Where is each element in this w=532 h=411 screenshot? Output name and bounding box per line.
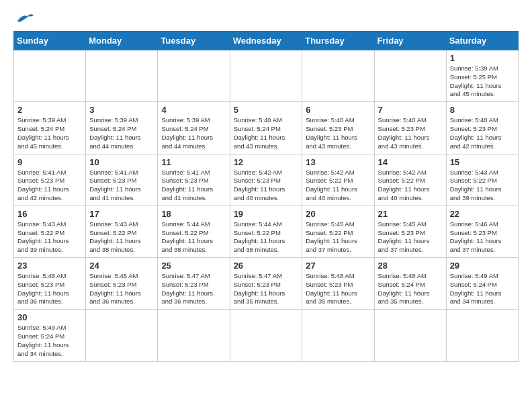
calendar-cell [158,310,230,361]
day-info: Sunrise: 5:47 AM Sunset: 5:23 PM Dayligh… [234,272,299,306]
calendar-week-5: 23Sunrise: 5:46 AM Sunset: 5:23 PM Dayli… [14,258,519,310]
day-number: 12 [234,157,299,167]
calendar-cell [158,50,230,102]
calendar-cell: 3Sunrise: 5:39 AM Sunset: 5:24 PM Daylig… [86,102,158,154]
day-number: 5 [234,105,299,115]
weekday-header-wednesday: Wednesday [230,32,302,50]
day-number: 7 [378,105,443,115]
page-header [13,13,519,24]
day-info: Sunrise: 5:42 AM Sunset: 5:22 PM Dayligh… [378,169,443,203]
day-info: Sunrise: 5:39 AM Sunset: 5:24 PM Dayligh… [161,116,226,150]
calendar-cell [446,310,518,361]
calendar-table: SundayMondayTuesdayWednesdayThursdayFrid… [13,31,519,362]
weekday-header-friday: Friday [374,32,446,50]
day-info: Sunrise: 5:46 AM Sunset: 5:23 PM Dayligh… [89,272,154,306]
calendar-cell: 10Sunrise: 5:41 AM Sunset: 5:23 PM Dayli… [86,154,158,205]
day-number: 29 [450,261,515,271]
calendar-cell: 20Sunrise: 5:45 AM Sunset: 5:22 PM Dayli… [302,205,374,257]
weekday-header-row: SundayMondayTuesdayWednesdayThursdayFrid… [14,32,519,50]
day-number: 10 [89,157,154,167]
weekday-header-sunday: Sunday [14,32,86,50]
day-number: 16 [17,209,82,219]
calendar-cell: 2Sunrise: 5:39 AM Sunset: 5:24 PM Daylig… [14,102,86,154]
calendar-week-1: 1Sunrise: 5:39 AM Sunset: 5:25 PM Daylig… [14,50,519,102]
calendar-cell [230,310,302,361]
day-info: Sunrise: 5:46 AM Sunset: 5:23 PM Dayligh… [450,220,515,255]
calendar-cell: 24Sunrise: 5:46 AM Sunset: 5:23 PM Dayli… [86,258,158,310]
day-info: Sunrise: 5:42 AM Sunset: 5:22 PM Dayligh… [306,169,370,203]
calendar-cell: 6Sunrise: 5:40 AM Sunset: 5:23 PM Daylig… [302,102,374,154]
calendar-cell [230,50,302,102]
calendar-cell: 11Sunrise: 5:41 AM Sunset: 5:23 PM Dayli… [158,154,230,205]
day-info: Sunrise: 5:49 AM Sunset: 5:24 PM Dayligh… [17,324,82,358]
calendar-cell: 16Sunrise: 5:43 AM Sunset: 5:22 PM Dayli… [14,205,86,257]
calendar-cell: 21Sunrise: 5:45 AM Sunset: 5:23 PM Dayli… [374,205,446,257]
calendar-cell: 12Sunrise: 5:42 AM Sunset: 5:23 PM Dayli… [230,154,302,205]
day-number: 15 [450,157,515,167]
day-number: 28 [378,261,443,271]
calendar-week-3: 9Sunrise: 5:41 AM Sunset: 5:23 PM Daylig… [14,154,519,205]
day-number: 22 [450,209,515,219]
day-number: 26 [234,261,299,271]
day-number: 8 [450,105,515,115]
calendar-cell: 9Sunrise: 5:41 AM Sunset: 5:23 PM Daylig… [14,154,86,205]
day-info: Sunrise: 5:40 AM Sunset: 5:23 PM Dayligh… [306,116,370,150]
calendar-cell: 17Sunrise: 5:43 AM Sunset: 5:22 PM Dayli… [86,205,158,257]
day-number: 23 [17,261,82,271]
calendar-cell: 8Sunrise: 5:40 AM Sunset: 5:23 PM Daylig… [446,102,518,154]
day-info: Sunrise: 5:40 AM Sunset: 5:23 PM Dayligh… [450,116,515,150]
weekday-header-tuesday: Tuesday [158,32,230,50]
day-number: 24 [89,261,154,271]
day-number: 4 [161,105,226,115]
day-info: Sunrise: 5:44 AM Sunset: 5:22 PM Dayligh… [234,220,299,255]
day-number: 20 [306,209,370,219]
calendar-cell [86,50,158,102]
day-number: 11 [161,157,226,167]
calendar-cell: 25Sunrise: 5:47 AM Sunset: 5:23 PM Dayli… [158,258,230,310]
calendar-cell [374,310,446,361]
day-number: 9 [17,157,82,167]
calendar-cell [302,50,374,102]
calendar-cell: 13Sunrise: 5:42 AM Sunset: 5:22 PM Dayli… [302,154,374,205]
day-info: Sunrise: 5:41 AM Sunset: 5:23 PM Dayligh… [17,169,82,203]
calendar-cell [374,50,446,102]
day-info: Sunrise: 5:42 AM Sunset: 5:23 PM Dayligh… [234,169,299,203]
weekday-header-thursday: Thursday [302,32,374,50]
day-number: 19 [234,209,299,219]
weekday-header-saturday: Saturday [446,32,518,50]
calendar-cell [14,50,86,102]
calendar-cell [86,310,158,361]
day-number: 25 [161,261,226,271]
calendar-cell: 5Sunrise: 5:40 AM Sunset: 5:24 PM Daylig… [230,102,302,154]
calendar-cell: 14Sunrise: 5:42 AM Sunset: 5:22 PM Dayli… [374,154,446,205]
calendar-cell [302,310,374,361]
day-info: Sunrise: 5:43 AM Sunset: 5:22 PM Dayligh… [450,169,515,203]
calendar-cell: 4Sunrise: 5:39 AM Sunset: 5:24 PM Daylig… [158,102,230,154]
calendar-week-2: 2Sunrise: 5:39 AM Sunset: 5:24 PM Daylig… [14,102,519,154]
day-number: 17 [89,209,154,219]
day-info: Sunrise: 5:49 AM Sunset: 5:24 PM Dayligh… [450,272,515,306]
logo-bird-icon [15,12,35,24]
day-info: Sunrise: 5:45 AM Sunset: 5:23 PM Dayligh… [378,220,443,255]
calendar-cell: 1Sunrise: 5:39 AM Sunset: 5:25 PM Daylig… [446,50,518,102]
day-number: 2 [17,105,82,115]
calendar-week-6: 30Sunrise: 5:49 AM Sunset: 5:24 PM Dayli… [14,310,519,361]
day-number: 27 [306,261,370,271]
day-info: Sunrise: 5:41 AM Sunset: 5:23 PM Dayligh… [89,169,154,203]
weekday-header-monday: Monday [86,32,158,50]
day-number: 1 [450,53,515,63]
logo [13,13,35,24]
day-info: Sunrise: 5:39 AM Sunset: 5:24 PM Dayligh… [17,116,82,150]
day-info: Sunrise: 5:41 AM Sunset: 5:23 PM Dayligh… [161,169,226,203]
day-number: 6 [306,105,370,115]
calendar-cell: 30Sunrise: 5:49 AM Sunset: 5:24 PM Dayli… [14,310,86,361]
day-number: 30 [17,312,82,322]
calendar-week-4: 16Sunrise: 5:43 AM Sunset: 5:22 PM Dayli… [14,205,519,257]
day-number: 14 [378,157,443,167]
day-info: Sunrise: 5:40 AM Sunset: 5:24 PM Dayligh… [234,116,299,150]
calendar-cell: 23Sunrise: 5:46 AM Sunset: 5:23 PM Dayli… [14,258,86,310]
day-info: Sunrise: 5:43 AM Sunset: 5:22 PM Dayligh… [17,220,82,255]
day-info: Sunrise: 5:43 AM Sunset: 5:22 PM Dayligh… [89,220,154,255]
day-info: Sunrise: 5:40 AM Sunset: 5:23 PM Dayligh… [378,116,443,150]
day-number: 13 [306,157,370,167]
